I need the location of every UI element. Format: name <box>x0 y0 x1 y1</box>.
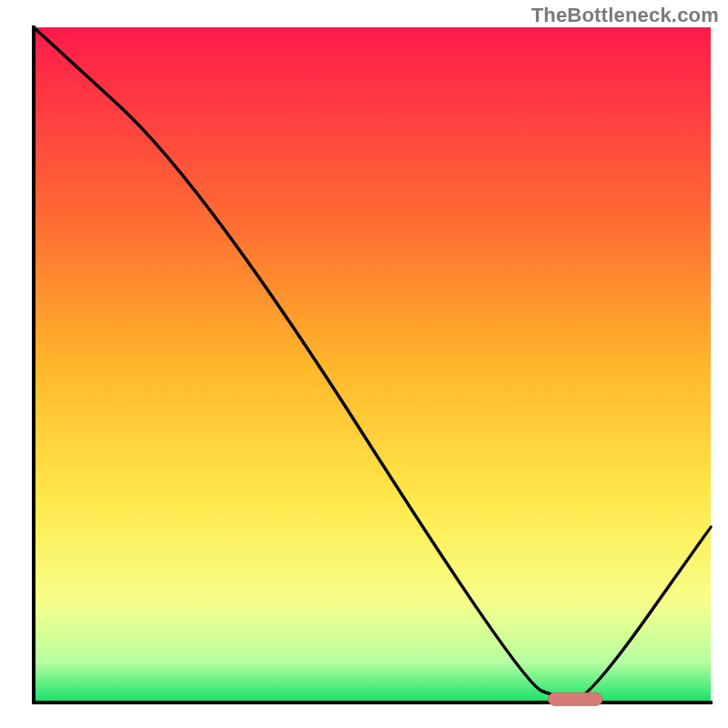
bottleneck-chart <box>0 0 728 728</box>
plot-background <box>34 27 711 703</box>
optimal-range-marker <box>548 693 602 705</box>
chart-container: TheBottleneck.com <box>0 0 728 728</box>
